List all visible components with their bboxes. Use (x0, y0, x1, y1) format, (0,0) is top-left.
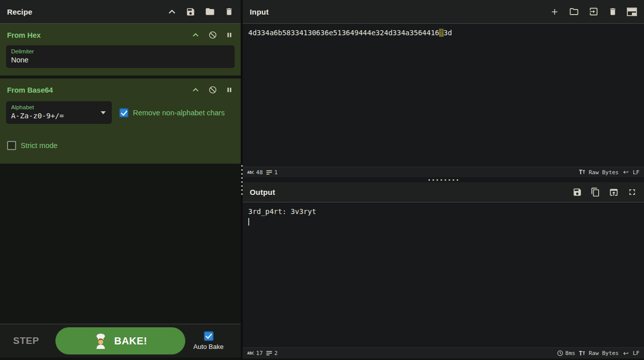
line-count-icon (266, 170, 272, 175)
operation-title: From Hex (7, 31, 41, 39)
collapse-operation-icon[interactable] (192, 31, 199, 39)
output-eol-label[interactable]: LF (633, 350, 639, 356)
chevron-down-icon (101, 111, 106, 114)
save-output-icon[interactable] (573, 187, 582, 197)
clear-recipe-trash-icon[interactable] (225, 7, 234, 16)
output-textarea[interactable]: 3rd_p4rt: 3v3ryt (243, 202, 644, 347)
delimiter-value: None (11, 55, 230, 64)
controls-bar: STEP BAKE! Auto Bake (0, 324, 241, 357)
character-encoding-icon[interactable]: TT (579, 350, 585, 357)
operation-from-base64[interactable]: From Base64 Al (0, 79, 241, 164)
input-section: Input (243, 0, 644, 177)
input-char-count: ABC 48 (247, 169, 263, 176)
output-header: Output (243, 182, 644, 202)
return-arrow-icon[interactable] (622, 350, 629, 356)
operation-from-hex[interactable]: From Hex Delim (0, 24, 241, 76)
output-status-bar: ABC 17 2 8ms TT (243, 347, 644, 358)
collapse-recipe-icon[interactable] (168, 8, 176, 16)
clock-icon (557, 350, 563, 356)
alphabet-value: A-Za-z0-9+/= (11, 111, 107, 120)
cyberchef-app: Recipe From Hex (0, 0, 644, 360)
input-textarea[interactable]: 4d334a6b58334130636e513649444e324d334a35… (243, 24, 644, 167)
add-tab-icon[interactable] (550, 7, 559, 17)
bake-time: 8ms (557, 350, 576, 356)
input-header: Input (243, 0, 644, 24)
io-panel: Input (243, 0, 644, 360)
input-text-highlighted: f (439, 29, 443, 37)
output-char-count: ABC 17 (247, 350, 263, 356)
alphabet-dropdown[interactable]: Alphabet A-Za-z0-9+/= (6, 101, 112, 124)
breakpoint-pause-icon[interactable] (226, 31, 233, 39)
output-line-count: 2 (266, 350, 278, 356)
output-encoding-label[interactable]: Raw Bytes (589, 350, 619, 356)
input-encoding-label[interactable]: Raw Bytes (589, 169, 619, 176)
input-text: 4d334a6b58334130636e513649444e324d334a35… (248, 29, 439, 37)
remove-non-alphabet-checkbox[interactable] (119, 108, 128, 117)
output-title: Output (250, 188, 275, 196)
operation-from-base64-header: From Base64 (0, 79, 241, 100)
operation-from-hex-header: From Hex (0, 24, 241, 45)
line-count-icon (266, 350, 272, 356)
save-recipe-icon[interactable] (186, 7, 195, 17)
copy-output-icon[interactable] (591, 187, 600, 197)
input-title: Input (250, 8, 269, 16)
input-line-count: 1 (266, 169, 278, 176)
open-output-in-new-window-icon[interactable] (609, 187, 619, 197)
remove-non-alphabet-label: Remove non-alphabet chars (133, 109, 225, 117)
disable-operation-icon[interactable] (208, 86, 217, 94)
bottom-edge (0, 357, 241, 360)
recipe-header: Recipe (0, 0, 241, 24)
panel-splitter-horizontal[interactable] (243, 177, 644, 182)
recipe-list: From Hex Delim (0, 24, 241, 324)
open-file-input-icon[interactable] (589, 7, 599, 17)
breakpoint-pause-icon[interactable] (226, 86, 233, 94)
recipe-panel: Recipe From Hex (0, 0, 241, 360)
auto-bake-control[interactable]: Auto Bake (193, 331, 231, 350)
bake-button[interactable]: BAKE! (55, 327, 185, 354)
collapse-operation-icon[interactable] (192, 86, 199, 94)
tab-layout-icon[interactable] (627, 8, 637, 16)
recipe-title: Recipe (7, 8, 32, 16)
return-arrow-icon[interactable] (622, 169, 629, 175)
maximise-output-icon[interactable] (627, 187, 637, 197)
output-line-2 (248, 217, 638, 227)
delimiter-label: Delimiter (11, 48, 230, 55)
disable-operation-icon[interactable] (208, 31, 217, 39)
abc-icon: ABC (247, 170, 254, 175)
chef-icon (93, 333, 108, 349)
alphabet-label: Alphabet (11, 104, 107, 111)
input-status-bar: ABC 48 1 TT Raw Bytes LF (243, 167, 644, 177)
output-line-1: 3rd_p4rt: 3v3ryt (248, 206, 638, 217)
text-cursor (248, 218, 249, 226)
operation-title: From Base64 (7, 86, 53, 94)
strict-mode-label: Strict mode (21, 141, 57, 150)
strict-mode-checkbox[interactable] (7, 141, 16, 150)
clear-input-trash-icon[interactable] (608, 7, 617, 16)
auto-bake-label: Auto Bake (193, 343, 224, 350)
bake-button-label: BAKE! (114, 335, 148, 347)
character-encoding-icon[interactable]: TT (579, 169, 585, 176)
output-section: Output 3rd_p4rt: 3v3 (243, 182, 644, 360)
step-button[interactable]: STEP (13, 335, 39, 346)
auto-bake-checkbox[interactable] (204, 331, 213, 341)
open-folder-icon[interactable] (569, 7, 579, 17)
delimiter-dropdown[interactable]: Delimiter None (6, 45, 235, 68)
load-recipe-folder-icon[interactable] (205, 7, 215, 17)
abc-icon: ABC (247, 351, 254, 355)
input-eol-label[interactable]: LF (633, 169, 639, 176)
input-text: 3d (444, 29, 452, 37)
